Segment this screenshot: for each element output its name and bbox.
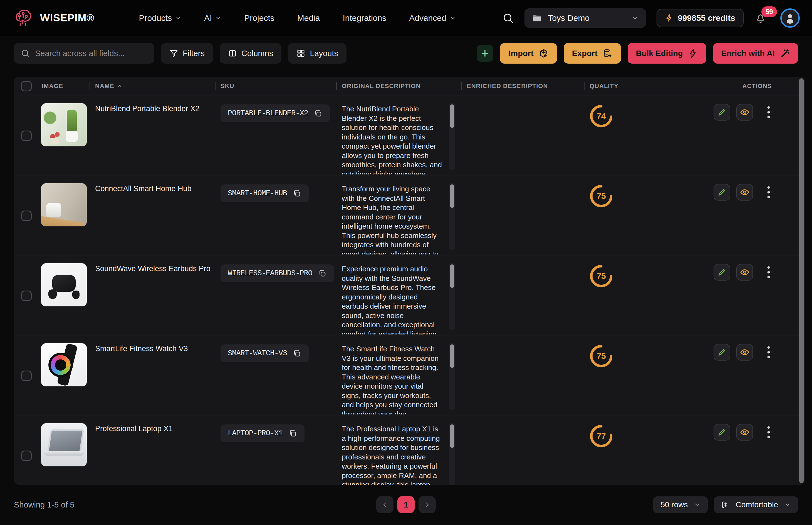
row-menu-button[interactable] <box>763 344 774 361</box>
copy-icon[interactable] <box>318 269 327 278</box>
nav-item-label: Advanced <box>409 13 446 23</box>
row-checkbox[interactable] <box>21 211 32 221</box>
nav-item-ai[interactable]: AI <box>204 13 221 23</box>
import-button[interactable]: Import <box>500 43 557 64</box>
header-original-description[interactable]: ORIGINAL DESCRIPTION <box>336 82 461 90</box>
credits-badge[interactable]: 999855 credits <box>656 9 743 27</box>
description-scrollbar[interactable] <box>449 263 455 330</box>
add-product-button[interactable] <box>477 45 493 62</box>
kebab-menu-icon <box>767 266 771 279</box>
nav-item-products[interactable]: Products <box>139 13 181 23</box>
description-scrollbar-thumb[interactable] <box>450 104 454 128</box>
description-scrollbar-thumb[interactable] <box>450 265 454 288</box>
quality-score: 74 <box>589 104 613 128</box>
row-checkbox[interactable] <box>21 290 32 301</box>
description-scrollbar[interactable] <box>449 103 455 170</box>
header-image[interactable]: IMAGE <box>39 82 89 90</box>
avatar[interactable] <box>780 8 800 28</box>
edit-button[interactable] <box>713 344 730 361</box>
rows-per-page-value: 50 rows <box>661 500 688 509</box>
filters-button[interactable]: Filters <box>161 43 213 64</box>
preview-button[interactable] <box>736 104 753 121</box>
layouts-button[interactable]: Layouts <box>288 43 347 64</box>
user-icon <box>784 12 796 24</box>
enrich-ai-button[interactable]: Enrich with AI <box>713 43 798 64</box>
preview-button[interactable] <box>736 264 753 281</box>
nav-item-advanced[interactable]: Advanced <box>409 13 455 23</box>
description-scrollbar[interactable] <box>449 423 455 485</box>
workspace-name: Toys Demo <box>548 13 590 23</box>
density-select[interactable]: Comfortable <box>714 496 798 513</box>
copy-icon[interactable] <box>292 349 302 358</box>
description-scrollbar[interactable] <box>449 343 455 410</box>
sku-pill: PORTABLE-BLENDER-X2 <box>220 104 330 122</box>
row-checkbox[interactable] <box>21 131 32 141</box>
select-all-checkbox[interactable] <box>21 81 32 91</box>
import-box-icon <box>539 48 549 58</box>
product-image <box>41 343 87 386</box>
description-scrollbar-thumb[interactable] <box>450 344 454 368</box>
workspace-selector[interactable]: Toys Demo <box>524 8 646 28</box>
kebab-menu-icon <box>767 425 771 439</box>
edit-button[interactable] <box>713 424 730 440</box>
notifications-button[interactable]: 59 <box>754 10 770 26</box>
row-menu-button[interactable] <box>763 424 774 440</box>
edit-button[interactable] <box>713 184 730 200</box>
nav-item-label: Media <box>297 13 320 23</box>
product-name: NutriBlend Portable Blender X2 <box>95 104 199 113</box>
description-scrollbar[interactable] <box>449 183 455 250</box>
preview-button[interactable] <box>736 424 753 440</box>
sku-value: PORTABLE-BLENDER-X2 <box>228 109 308 118</box>
quality-value: 77 <box>589 424 613 448</box>
preview-button[interactable] <box>736 184 753 200</box>
header-enriched-description[interactable]: ENRICHED DESCRIPTION <box>461 82 584 90</box>
folder-icon <box>532 13 542 23</box>
brain-logo-icon <box>12 7 33 29</box>
description-scrollbar-thumb[interactable] <box>450 424 454 448</box>
brand[interactable]: WISEPIM® <box>12 7 95 29</box>
pagination: 1 <box>376 496 436 513</box>
table-row: ConnectAll Smart Home Hub SMART-HOME-HUB… <box>14 176 805 256</box>
row-menu-button[interactable] <box>763 104 774 121</box>
next-page-button[interactable] <box>419 496 436 513</box>
table-scrollbar[interactable] <box>799 78 804 483</box>
bulk-editing-button[interactable]: Bulk Editing <box>628 43 706 64</box>
sort-asc-icon <box>117 83 122 89</box>
kebab-menu-icon <box>767 106 771 119</box>
search-input[interactable] <box>35 49 148 58</box>
rows-per-page-select[interactable]: 50 rows <box>653 496 708 513</box>
nav-item-integrations[interactable]: Integrations <box>343 13 386 23</box>
row-checkbox[interactable] <box>21 451 32 461</box>
original-description: Experience premium audio quality with th… <box>342 265 443 334</box>
pencil-icon <box>717 347 727 357</box>
header-sku[interactable]: SKU <box>215 82 336 90</box>
notification-count-badge: 59 <box>762 6 777 17</box>
nav-item-projects[interactable]: Projects <box>244 13 274 23</box>
copy-icon[interactable] <box>288 429 297 438</box>
edit-button[interactable] <box>713 264 730 281</box>
copy-icon[interactable] <box>314 109 322 118</box>
product-image <box>41 263 87 306</box>
table-header: IMAGE NAME SKU ORIGINAL DESCRIPTION ENRI… <box>14 77 805 96</box>
row-menu-button[interactable] <box>763 264 774 281</box>
export-database-icon <box>603 48 613 58</box>
copy-icon[interactable] <box>292 189 302 198</box>
table-row: SmartLife Fitness Watch V3 SMART-WATCH-V… <box>14 336 805 416</box>
edit-button[interactable] <box>713 104 730 121</box>
header-name[interactable]: NAME <box>89 82 215 90</box>
prev-page-button[interactable] <box>376 496 393 513</box>
row-menu-button[interactable] <box>763 184 774 200</box>
global-search-button[interactable] <box>502 12 514 24</box>
lightning-icon <box>688 48 698 58</box>
columns-label: Columns <box>241 49 273 58</box>
chevron-down-icon <box>215 15 221 21</box>
export-button[interactable]: Export <box>564 43 621 64</box>
chevron-down-icon <box>632 14 639 22</box>
page-1-button[interactable]: 1 <box>397 496 415 513</box>
columns-button[interactable]: Columns <box>220 43 281 64</box>
nav-item-media[interactable]: Media <box>297 13 320 23</box>
row-checkbox[interactable] <box>21 371 32 381</box>
description-scrollbar-thumb[interactable] <box>450 184 454 208</box>
preview-button[interactable] <box>736 344 753 361</box>
header-quality[interactable]: QUALITY <box>584 82 709 90</box>
